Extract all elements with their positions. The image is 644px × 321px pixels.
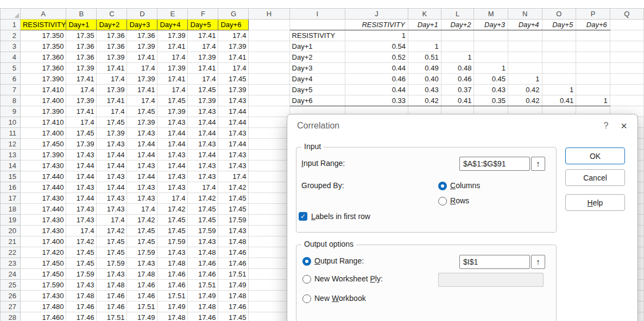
column-header-F[interactable]: F (188, 9, 218, 20)
cell[interactable]: 17.44 (157, 128, 188, 139)
cell[interactable]: 17.4 (127, 63, 157, 74)
cell[interactable]: 0.44 (345, 85, 408, 95)
cell[interactable]: 17.590 (20, 280, 66, 291)
cell[interactable] (249, 20, 289, 30)
cell[interactable]: 17.44 (218, 117, 249, 128)
cell[interactable]: 17.44 (97, 182, 127, 193)
column-header-G[interactable]: G (218, 9, 249, 20)
cell[interactable]: 17.39 (127, 74, 157, 85)
cell[interactable]: 17.45 (188, 204, 218, 215)
cell[interactable]: 17.41 (97, 63, 127, 74)
cell[interactable] (249, 117, 289, 128)
cell[interactable]: 17.39 (127, 117, 157, 128)
cell[interactable]: 0.43 (408, 85, 441, 95)
ok-button[interactable]: OK (565, 147, 625, 164)
cell[interactable]: 17.45 (127, 106, 157, 117)
cell[interactable]: 17.43 (97, 269, 127, 280)
cell[interactable]: 17.48 (97, 280, 127, 291)
cell[interactable]: Day+3 (289, 63, 345, 74)
cell[interactable] (542, 41, 576, 52)
cell[interactable]: RESISTIVITY (20, 20, 66, 30)
cell[interactable] (249, 269, 289, 280)
cell[interactable]: 17.35 (66, 30, 97, 41)
cell[interactable]: 0.35 (474, 95, 508, 106)
cell[interactable]: 17.46 (157, 280, 188, 291)
cell[interactable]: 17.44 (66, 193, 97, 204)
row-header-10[interactable]: 10 (1, 117, 21, 128)
cell[interactable]: Day+1 (289, 41, 345, 52)
cell[interactable]: 17.410 (20, 85, 66, 95)
cell[interactable]: 17.46 (218, 301, 249, 312)
row-header-3[interactable]: 3 (1, 41, 21, 52)
cell[interactable]: 17.36 (66, 41, 97, 52)
cell[interactable]: 17.4 (188, 74, 218, 85)
cell[interactable]: 17.4 (157, 52, 188, 63)
grouped-by-columns-radio[interactable] (438, 182, 447, 190)
cell[interactable]: 17.41 (218, 52, 249, 63)
cell[interactable]: 17.45 (218, 312, 249, 321)
cell[interactable]: 17.48 (188, 301, 218, 312)
cell[interactable]: 17.45 (188, 215, 218, 226)
cell[interactable]: 17.48 (127, 269, 157, 280)
column-header-N[interactable]: N (508, 9, 542, 20)
cell[interactable]: 1 (474, 63, 508, 74)
cell[interactable]: 17.45 (157, 226, 188, 236)
row-header-23[interactable]: 23 (1, 258, 21, 269)
row-header-22[interactable]: 22 (1, 247, 21, 258)
cell[interactable]: 17.390 (20, 150, 66, 160)
cell[interactable]: 17.59 (218, 215, 249, 226)
row-header-26[interactable]: 26 (1, 291, 21, 301)
cell[interactable]: Day+6 (576, 20, 610, 30)
cell[interactable]: 17.43 (66, 182, 97, 193)
cell[interactable]: 17.45 (66, 258, 97, 269)
cell[interactable]: 17.400 (20, 236, 66, 247)
cell[interactable]: 17.4 (127, 204, 157, 215)
cell[interactable]: 17.44 (127, 171, 157, 182)
cell[interactable]: 17.43 (66, 150, 97, 160)
cell[interactable] (610, 95, 643, 106)
cell[interactable]: 17.59 (157, 236, 188, 247)
cell[interactable]: 1 (576, 95, 610, 106)
cell[interactable]: 17.59 (97, 258, 127, 269)
cell[interactable] (249, 30, 289, 41)
cell[interactable]: 17.44 (127, 150, 157, 160)
cell[interactable] (576, 52, 610, 63)
cell[interactable] (249, 258, 289, 269)
cell[interactable]: 17.450 (20, 269, 66, 280)
cell[interactable] (576, 74, 610, 85)
cell[interactable]: 17.44 (127, 139, 157, 150)
column-header-A[interactable]: A (20, 9, 66, 20)
cell[interactable]: 17.41 (188, 30, 218, 41)
column-header-L[interactable]: L (441, 9, 474, 20)
cell[interactable]: 17.43 (218, 150, 249, 160)
cell[interactable]: 17.51 (157, 291, 188, 301)
column-header-B[interactable]: B (66, 9, 97, 20)
cell[interactable] (249, 312, 289, 321)
output-range-field[interactable] (459, 255, 530, 269)
cell[interactable]: 17.43 (218, 226, 249, 236)
cell[interactable] (249, 193, 289, 204)
cell[interactable]: 17.49 (127, 312, 157, 321)
cell[interactable]: 17.46 (218, 247, 249, 258)
cell[interactable]: 17.44 (157, 139, 188, 150)
row-header-2[interactable]: 2 (1, 30, 21, 41)
cell[interactable]: 17.48 (218, 236, 249, 247)
input-range-selector-button[interactable]: ↑ (531, 157, 545, 171)
cell[interactable]: 17.41 (127, 52, 157, 63)
select-all-button[interactable] (1, 9, 21, 20)
cell[interactable]: Day+1 (408, 20, 441, 30)
cell[interactable] (249, 204, 289, 215)
cell[interactable]: 17.45 (157, 95, 188, 106)
cell[interactable]: 17.51 (127, 301, 157, 312)
output-range-selector-button[interactable]: ↑ (531, 255, 545, 269)
cell[interactable] (249, 226, 289, 236)
row-header-15[interactable]: 15 (1, 171, 21, 182)
cell[interactable]: 17.440 (20, 171, 66, 182)
cell[interactable]: 17.46 (188, 312, 218, 321)
cell[interactable] (249, 182, 289, 193)
cell[interactable]: 17.43 (97, 204, 127, 215)
cell[interactable]: 17.4 (188, 41, 218, 52)
cell[interactable]: 17.4 (218, 30, 249, 41)
cell[interactable]: 17.440 (20, 182, 66, 193)
cell[interactable] (408, 30, 441, 41)
